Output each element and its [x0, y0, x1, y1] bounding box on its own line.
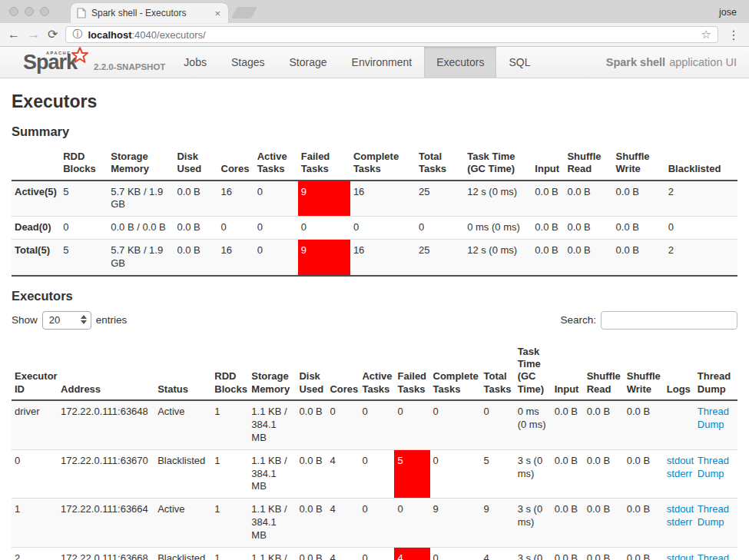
executors-cell-input: 0.0 B: [552, 547, 584, 560]
entries-select[interactable]: 20: [42, 311, 91, 330]
summary-cell-cores: 16: [218, 181, 254, 217]
summary-cell-failed-tasks: 9: [298, 181, 350, 217]
executors-cell-address: 172.22.0.111:63670: [58, 449, 154, 499]
stdout-link[interactable]: stdout: [667, 503, 691, 516]
executors-header-status[interactable]: Status: [154, 342, 211, 400]
summary-header-task-time-gc-time: Task Time (GC Time): [464, 147, 532, 181]
zoom-button[interactable]: [40, 7, 49, 16]
executors-cell-address: 172.22.0.111:63664: [58, 499, 154, 548]
summary-cell-cores: 0: [218, 217, 254, 240]
nav-tab-environment[interactable]: Environment: [340, 47, 425, 78]
nav-tab-stages[interactable]: Stages: [219, 47, 277, 78]
executors-cell-active-tasks: 0: [359, 449, 394, 499]
executors-header-address[interactable]: Address: [58, 342, 154, 400]
spark-logo-group: APACHE Spark 2.2.0-SNAPSHOT: [0, 47, 165, 78]
executors-header-storage-memory[interactable]: Storage Memory: [248, 342, 296, 400]
executors-cell-failed-tasks: 5: [394, 449, 429, 499]
executors-header-executor-id[interactable]: Executor ID: [12, 342, 58, 400]
summary-cell-active-tasks: 0: [254, 181, 298, 217]
window-controls: [9, 0, 49, 23]
summary-cell-rdd-blocks: 5: [60, 240, 108, 276]
executors-row: 2172.22.0.111:63668Blacklisted11.1 KB / …: [12, 547, 737, 560]
forward-icon[interactable]: →: [28, 28, 40, 41]
nav-tab-storage[interactable]: Storage: [277, 47, 340, 78]
summary-header-failed-tasks: Failed Tasks: [298, 147, 350, 181]
info-icon[interactable]: ⓘ: [72, 28, 82, 41]
browser-menu-icon[interactable]: ⋮: [726, 28, 741, 42]
executors-cell-logs: [664, 400, 694, 449]
executors-cell-disk-used: 0.0 B: [296, 449, 326, 499]
thread-dump-link[interactable]: Thread Dump: [698, 406, 734, 432]
executors-cell-address: 172.22.0.111:63668: [58, 547, 154, 560]
executors-cell-active-tasks: 0: [359, 547, 394, 560]
summary-cell-disk-used: 0.0 B: [174, 240, 217, 276]
thread-dump-link[interactable]: Thread Dump: [698, 455, 734, 481]
app-suffix: application UI: [669, 56, 737, 68]
page-title: Executors: [12, 91, 737, 112]
executors-row: driver172.22.0.111:63648Active11.1 KB / …: [12, 400, 737, 449]
back-icon[interactable]: ←: [8, 28, 20, 41]
search-input[interactable]: [601, 311, 737, 330]
executors-header-shuffle-read[interactable]: Shuffle Read: [584, 342, 624, 400]
summary-header-label: [12, 147, 60, 181]
nav-tab-jobs[interactable]: Jobs: [171, 47, 219, 78]
browser-toolbar: ← → ⟳ ⓘ localhost:4040/executors/ ☆ ⋮: [0, 23, 749, 47]
summary-header-disk-used: Disk Used: [174, 147, 217, 181]
summary-cell-task-time-gc-time: 12 s (0 ms): [464, 181, 532, 217]
thread-dump-link[interactable]: Thread Dump: [698, 503, 734, 529]
executors-cell-status: Active: [154, 400, 211, 449]
entries-select-value: 20: [49, 314, 60, 326]
executors-header-complete-tasks[interactable]: Complete Tasks: [430, 342, 481, 400]
executors-cell-rdd-blocks: 1: [211, 499, 248, 548]
executors-header-rdd-blocks[interactable]: RDD Blocks: [211, 342, 248, 400]
executors-header-thread-dump[interactable]: Thread Dump: [694, 342, 737, 400]
executors-header-input[interactable]: Input: [552, 342, 584, 400]
executors-cell-status: Blacklisted: [154, 449, 211, 499]
minimize-button[interactable]: [25, 7, 34, 16]
nav-tab-sql[interactable]: SQL: [496, 47, 542, 78]
executors-header-task-time-gc-time[interactable]: Task Time (GC Time): [515, 342, 552, 400]
executors-cell-storage-memory: 1.1 KB / 384.1 MB: [248, 499, 296, 548]
address-bar[interactable]: ⓘ localhost:4040/executors/ ☆: [65, 26, 718, 43]
new-tab-button[interactable]: [231, 7, 257, 18]
close-button[interactable]: [9, 7, 18, 16]
summary-header-input: Input: [532, 147, 564, 181]
refresh-icon[interactable]: ⟳: [48, 28, 58, 41]
summary-cell-shuffle-write: 0.0 B: [613, 240, 665, 276]
nav-tab-executors[interactable]: Executors: [424, 47, 496, 78]
executors-header-failed-tasks[interactable]: Failed Tasks: [394, 342, 429, 400]
stderr-link[interactable]: stderr: [667, 516, 691, 529]
executors-cell-shuffle-read: 0.0 B: [584, 547, 624, 560]
executors-cell-complete-tasks: 9: [430, 499, 481, 548]
url-text[interactable]: localhost:4040/executors/: [88, 29, 695, 41]
executors-header-disk-used[interactable]: Disk Used: [296, 342, 326, 400]
executors-header-logs[interactable]: Logs: [664, 342, 694, 400]
browser-tab[interactable]: Spark shell - Executors ×: [71, 3, 228, 23]
spark-logo[interactable]: APACHE Spark: [23, 48, 77, 77]
summary-cell-rdd-blocks: 0: [60, 217, 108, 240]
browser-tab-strip: Spark shell - Executors × jose: [0, 0, 749, 23]
executors-cell-total-tasks: 5: [481, 449, 515, 499]
executors-cell-thread-dump: Thread Dump: [694, 400, 737, 449]
stdout-link[interactable]: stdout: [667, 455, 691, 468]
executors-cell-rdd-blocks: 1: [211, 400, 248, 449]
summary-row: Total(5)55.7 KB / 1.9 GB0.0 B1609162512 …: [12, 240, 737, 276]
summary-row: Active(5)55.7 KB / 1.9 GB0.0 B1609162512…: [12, 181, 737, 217]
stdout-link[interactable]: stdout: [667, 552, 691, 560]
executors-heading: Executors: [12, 289, 737, 303]
executors-header-shuffle-write[interactable]: Shuffle Write: [624, 342, 664, 400]
summary-heading: Summary: [12, 124, 737, 139]
executors-cell-thread-dump: Thread Dump: [694, 547, 737, 560]
thread-dump-link[interactable]: Thread Dump: [698, 552, 734, 560]
executors-header-cores[interactable]: Cores: [326, 342, 359, 400]
bookmark-star-icon[interactable]: ☆: [701, 28, 711, 41]
stderr-link[interactable]: stderr: [667, 468, 691, 481]
executors-header-active-tasks[interactable]: Active Tasks: [359, 342, 394, 400]
executors-cell-thread-dump: Thread Dump: [694, 449, 737, 499]
tab-close-icon[interactable]: ×: [213, 8, 222, 19]
browser-profile-name[interactable]: jose: [719, 7, 737, 18]
url-host: localhost: [88, 29, 131, 41]
executors-cell-cores: 4: [326, 547, 359, 560]
apache-label: APACHE: [46, 51, 71, 55]
executors-header-total-tasks[interactable]: Total Tasks: [481, 342, 515, 400]
